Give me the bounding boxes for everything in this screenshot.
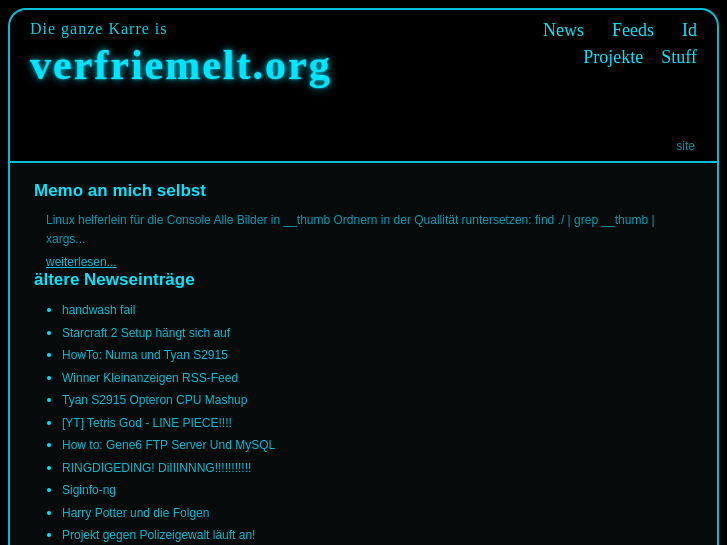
- list-item: Tyan S2915 Opteron CPU Mashup: [62, 390, 693, 410]
- list-item: Harry Potter und die Folgen: [62, 503, 693, 523]
- nav-top-row: News Feeds Id: [543, 20, 697, 41]
- nav-projekte[interactable]: Projekte: [583, 47, 643, 68]
- list-item: Winner Kleinanzeigen RSS-Feed: [62, 368, 693, 388]
- news-item-link-10[interactable]: Projekt gegen Polizeigewalt läuft an!: [62, 528, 255, 542]
- news-item-link-5[interactable]: [YT] Tetris God - LINE PIECE!!!!: [62, 416, 232, 430]
- list-item: [YT] Tetris God - LINE PIECE!!!!: [62, 413, 693, 433]
- list-item: Starcraft 2 Setup hängt sich auf: [62, 323, 693, 343]
- site-header: Die ganze Karre is verfriemelt.org News …: [8, 8, 719, 163]
- news-item-link-8[interactable]: Siginfo-ng: [62, 483, 116, 497]
- nav-stuff[interactable]: Stuff: [661, 47, 697, 68]
- weiterlesen-link[interactable]: weiterlesen...: [46, 255, 117, 269]
- nav-id[interactable]: Id: [682, 20, 697, 41]
- news-item-link-4[interactable]: Tyan S2915 Opteron CPU Mashup: [62, 393, 247, 407]
- list-item: handwash fail: [62, 300, 693, 320]
- news-section: ältere Newseinträge handwash failStarcra…: [34, 270, 693, 545]
- memo-title: Memo an mich selbst: [34, 181, 693, 201]
- news-item-link-0[interactable]: handwash fail: [62, 303, 135, 317]
- news-item-link-6[interactable]: How to: Gene6 FTP Server Und MySQL: [62, 438, 275, 452]
- news-item-link-1[interactable]: Starcraft 2 Setup hängt sich auf: [62, 326, 230, 340]
- list-item: HowTo: Numa und Tyan S2915: [62, 345, 693, 365]
- list-item: How to: Gene6 FTP Server Und MySQL: [62, 435, 693, 455]
- news-item-link-2[interactable]: HowTo: Numa und Tyan S2915: [62, 348, 228, 362]
- news-item-link-7[interactable]: RINGDIGEDING! DiIIINNNG!!!!!!!!!!!: [62, 461, 251, 475]
- news-item-link-9[interactable]: Harry Potter und die Folgen: [62, 506, 209, 520]
- news-item-link-3[interactable]: Winner Kleinanzeigen RSS-Feed: [62, 371, 238, 385]
- memo-body: Linux helferlein für die Console Alle Bi…: [46, 211, 693, 249]
- nav-feeds[interactable]: Feeds: [612, 20, 654, 41]
- main-nav: News Feeds Id Projekte Stuff: [543, 20, 697, 68]
- news-section-title: ältere Newseinträge: [34, 270, 693, 290]
- memo-section: Memo an mich selbst Linux helferlein für…: [34, 181, 693, 270]
- nav-bottom-row: Projekte Stuff: [543, 47, 697, 68]
- site-text-label: site: [676, 139, 695, 153]
- list-item: Siginfo-ng: [62, 480, 693, 500]
- main-content: Memo an mich selbst Linux helferlein für…: [8, 163, 719, 545]
- news-list: handwash failStarcraft 2 Setup hängt sic…: [34, 300, 693, 545]
- list-item: RINGDIGEDING! DiIIINNNG!!!!!!!!!!!: [62, 458, 693, 478]
- nav-news[interactable]: News: [543, 20, 584, 41]
- list-item: Projekt gegen Polizeigewalt läuft an!: [62, 525, 693, 545]
